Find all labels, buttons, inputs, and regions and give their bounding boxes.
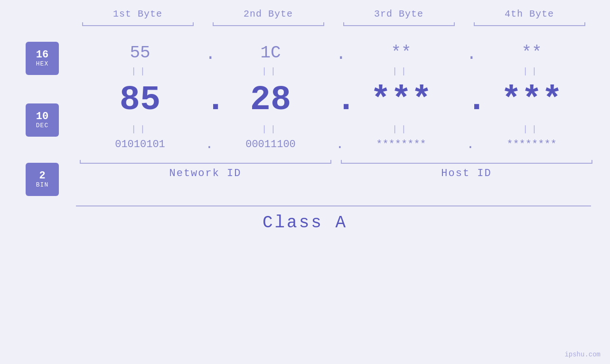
dec-b1: 85 (75, 77, 206, 123)
bin-b4: ******** (467, 135, 597, 154)
eq1-b1: || (75, 66, 206, 76)
equals-row-2: || || || || (62, 124, 610, 134)
badges-column: 16 HEX 10 DEC 2 BIN (0, 35, 62, 201)
eq1-b4: || (467, 66, 597, 76)
bracket-byte4 (464, 21, 595, 30)
id-labels-row: Network ID Host ID (62, 168, 610, 179)
bin-badge-number: 2 (39, 170, 45, 182)
class-bracket-line (76, 205, 591, 206)
hex-badge-label: HEX (36, 61, 48, 67)
hex-badge-row: 16 HEX (26, 35, 59, 82)
eq1-b3: || (336, 66, 467, 76)
byte4-header: 4th Byte (464, 9, 595, 19)
bin-b1: 01010101 (75, 135, 206, 154)
hex-b4: ** (467, 35, 597, 65)
byte3-header: 3rd Byte (334, 9, 464, 19)
byte-headers-row: 1st Byte 2nd Byte 3rd Byte 4th Byte (28, 9, 610, 19)
id-bracket-row (62, 157, 610, 166)
top-bracket-row (28, 21, 610, 30)
byte2-header: 2nd Byte (203, 9, 334, 19)
host-id-bracket (336, 157, 597, 166)
equals-row-1: || || || || (62, 66, 610, 76)
byte1-header: 1st Byte (73, 9, 203, 19)
eq2-b2: || (206, 124, 336, 134)
hex-b3: ** (336, 35, 467, 65)
main-container: 1st Byte 2nd Byte 3rd Byte 4th Byte 16 H… (0, 0, 610, 364)
main-grid: 16 HEX 10 DEC 2 BIN (0, 35, 610, 201)
dec-badge-row: 10 DEC (26, 96, 59, 144)
dec-badge: 10 DEC (26, 103, 59, 137)
watermark: ipshu.com (564, 351, 601, 358)
bin-badge-row: 2 BIN (26, 158, 59, 201)
eq1-b2: || (206, 66, 336, 76)
class-section: Class A (0, 205, 610, 233)
hex-b2: 1C (206, 35, 336, 65)
class-label: Class A (263, 213, 347, 233)
dec-values-row: 85 . 28 . *** . *** (62, 77, 610, 123)
eq2-b4: || (467, 124, 597, 134)
dec-badge-number: 10 (36, 111, 48, 122)
bin-badge: 2 BIN (26, 163, 59, 196)
dec-badge-label: DEC (36, 122, 48, 129)
bracket-byte1 (73, 21, 203, 30)
bracket-byte3 (334, 21, 464, 30)
host-id-label: Host ID (336, 168, 597, 179)
network-id-bracket (75, 157, 336, 166)
bin-b3: ******** (336, 135, 467, 154)
eq2-b1: || (75, 124, 206, 134)
bin-badge-label: BIN (36, 182, 48, 188)
bin-b2: 00011100 (206, 135, 336, 154)
hex-values-row: 55 . 1C . ** . ** (62, 35, 610, 65)
bin-values-row: 01010101 . 00011100 . ******** . *******… (62, 135, 610, 154)
values-column: 55 . 1C . ** . ** || || || || 85 (62, 35, 610, 179)
bracket-byte2 (203, 21, 334, 30)
network-id-label: Network ID (75, 168, 336, 179)
hex-badge: 16 HEX (26, 42, 59, 75)
eq2-b3: || (336, 124, 467, 134)
hex-badge-number: 16 (36, 49, 48, 61)
hex-b1: 55 (75, 35, 206, 65)
